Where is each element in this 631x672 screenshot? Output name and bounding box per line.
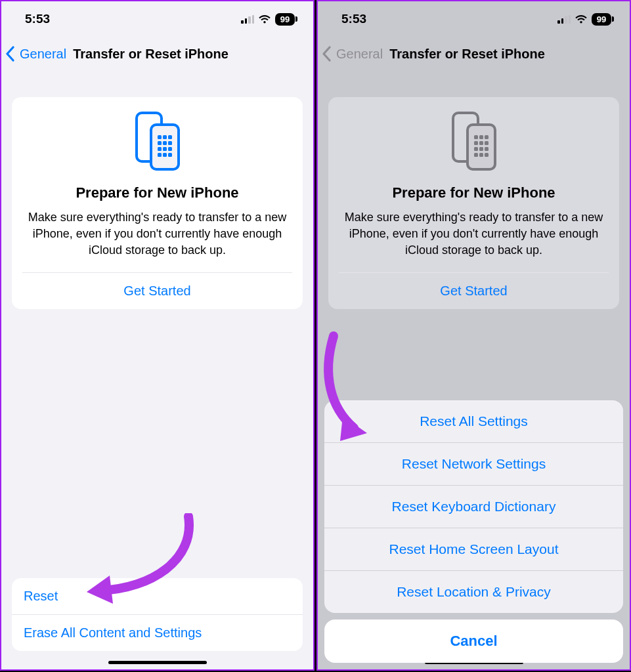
status-right: 99 (557, 13, 611, 26)
svg-rect-24 (485, 147, 489, 151)
svg-rect-10 (168, 147, 172, 151)
phones-icon (22, 110, 292, 173)
svg-rect-12 (163, 153, 167, 157)
svg-rect-25 (474, 153, 478, 157)
svg-rect-7 (168, 141, 172, 145)
reset-location-privacy-button[interactable]: Reset Location & Privacy (324, 570, 623, 613)
prepare-card: Prepare for New iPhone Make sure everyth… (328, 97, 619, 309)
svg-rect-19 (474, 141, 478, 145)
back-button: General (336, 47, 383, 62)
svg-rect-5 (158, 141, 162, 145)
svg-rect-9 (163, 147, 167, 151)
battery-icon: 99 (592, 13, 611, 26)
back-chevron-icon[interactable] (5, 45, 17, 63)
prepare-card: Prepare for New iPhone Make sure everyth… (12, 97, 303, 309)
svg-rect-21 (485, 141, 489, 145)
svg-rect-2 (158, 135, 162, 139)
prepare-card-title: Prepare for New iPhone (22, 184, 292, 201)
cellular-icon (557, 15, 571, 24)
wifi-icon (258, 14, 271, 24)
prepare-card-title: Prepare for New iPhone (339, 184, 609, 201)
back-chevron-icon (322, 45, 334, 63)
home-indicator[interactable] (108, 661, 207, 664)
get-started-button[interactable]: Get Started (22, 272, 292, 309)
svg-rect-3 (163, 135, 167, 139)
prepare-card-body: Make sure everything's ready to transfer… (339, 209, 609, 272)
svg-rect-27 (485, 153, 489, 157)
page-title: Transfer or Reset iPhone (389, 47, 545, 62)
cellular-icon (241, 15, 254, 24)
phone-left: 5:53 99 General Transfer or Reset iPhone (0, 0, 315, 671)
battery-icon: 99 (275, 13, 295, 26)
get-started-button: Get Started (339, 272, 609, 309)
svg-rect-18 (485, 135, 489, 139)
svg-rect-8 (158, 147, 162, 151)
svg-rect-16 (474, 135, 478, 139)
status-time: 5:53 (341, 12, 366, 26)
phone-right: 5:53 99 General Transfer or Reset iPhone (316, 0, 631, 671)
status-bar: 5:53 99 (318, 1, 630, 37)
svg-rect-22 (474, 147, 478, 151)
status-bar: 5:53 99 (1, 1, 313, 37)
svg-rect-17 (479, 135, 483, 139)
svg-rect-23 (479, 147, 483, 151)
content-area: Prepare for New iPhone Make sure everyth… (1, 71, 313, 309)
svg-rect-13 (168, 153, 172, 157)
svg-rect-6 (163, 141, 167, 145)
content-area: Prepare for New iPhone Make sure everyth… (318, 71, 630, 309)
back-button[interactable]: General (20, 47, 66, 62)
svg-rect-20 (479, 141, 483, 145)
bottom-list: Reset Erase All Content and Settings (12, 578, 303, 651)
reset-network-settings-button[interactable]: Reset Network Settings (324, 442, 623, 485)
nav-bar: General Transfer or Reset iPhone (318, 37, 630, 71)
reset-row[interactable]: Reset (12, 578, 303, 614)
nav-bar: General Transfer or Reset iPhone (1, 37, 313, 71)
phones-icon (339, 110, 609, 173)
reset-all-settings-button[interactable]: Reset All Settings (324, 400, 623, 442)
erase-all-row[interactable]: Erase All Content and Settings (12, 614, 303, 651)
reset-home-screen-layout-button[interactable]: Reset Home Screen Layout (324, 528, 623, 570)
action-sheet-group: Reset All Settings Reset Network Setting… (324, 400, 623, 613)
reset-keyboard-dictionary-button[interactable]: Reset Keyboard Dictionary (324, 485, 623, 528)
page-title: Transfer or Reset iPhone (73, 47, 228, 62)
wifi-icon (575, 14, 588, 24)
status-time: 5:53 (25, 12, 50, 26)
svg-rect-26 (479, 153, 483, 157)
prepare-card-body: Make sure everything's ready to transfer… (22, 209, 292, 272)
svg-rect-4 (168, 135, 172, 139)
reset-action-sheet: Reset All Settings Reset Network Setting… (324, 400, 623, 663)
svg-rect-11 (158, 153, 162, 157)
status-right: 99 (241, 13, 295, 26)
cancel-button[interactable]: Cancel (324, 620, 623, 663)
